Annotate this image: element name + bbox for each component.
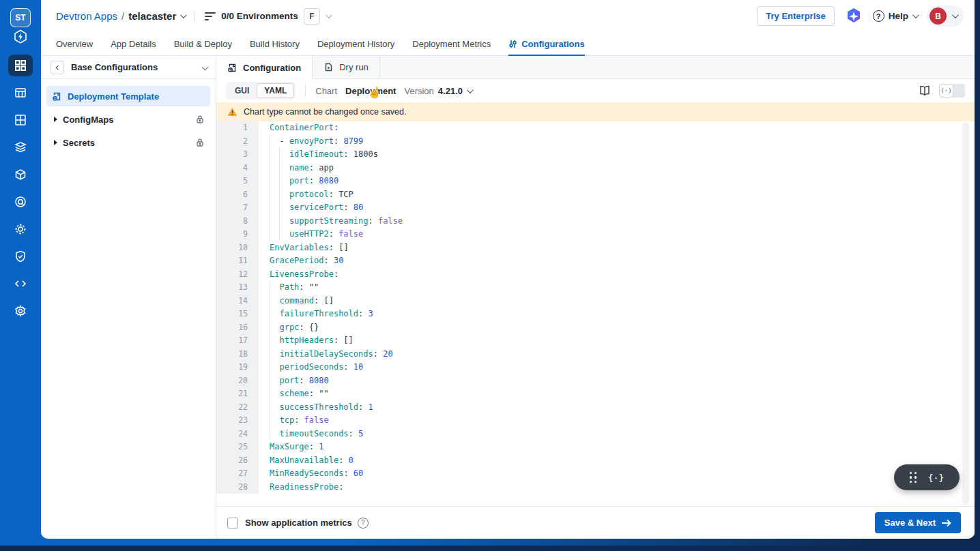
code-line[interactable]: 9useHTTP2: false [216, 228, 975, 241]
rail-app-groups-icon[interactable] [8, 109, 33, 131]
rail-cluster-icon[interactable] [8, 218, 33, 240]
code-line[interactable]: 24timeoutSeconds: 5 [216, 428, 975, 441]
braces-icon[interactable]: {·} [928, 473, 944, 483]
line-number: 5 [216, 175, 259, 188]
gui-toggle-button[interactable]: GUI [227, 83, 257, 98]
braces-icon: (·) [939, 84, 953, 98]
header-divider [194, 10, 195, 23]
readme-book-icon[interactable] [919, 85, 931, 96]
code-line[interactable]: 26MaxUnavailable: 0 [216, 454, 975, 468]
warning-text: Chart type cannot be changed once saved. [244, 107, 406, 117]
rail-resource-browser-icon[interactable] [8, 191, 33, 213]
line-number: 11 [216, 254, 259, 268]
code-line[interactable]: 3idleTimeout: 1800s [216, 148, 975, 162]
save-next-button[interactable]: Save & Next [875, 512, 961, 533]
config-item-configmaps[interactable]: ConfigMaps [46, 109, 210, 130]
yaml-editor[interactable]: 1ContainerPort:2- envoyPort: 87993idleTi… [216, 121, 975, 506]
tab-app-details[interactable]: App Details [111, 32, 156, 55]
lock-icon [195, 138, 205, 147]
code-line[interactable]: 7servicePort: 80 [216, 201, 975, 215]
rail-bulk-edit-icon[interactable] [8, 164, 33, 185]
code-line[interactable]: 18initialDelaySeconds: 20 [216, 348, 975, 361]
editor-footer: Show application metrics ? Save & Next [216, 506, 975, 539]
gui-yaml-toggle: GUI YAML [226, 82, 296, 100]
breadcrumb: Devtron Apps / telacaster [56, 10, 185, 22]
rail-code-icon[interactable] [8, 273, 33, 295]
file-config-icon [52, 91, 62, 102]
show-metrics-checkbox[interactable] [227, 518, 238, 528]
environments-chevron-icon[interactable] [326, 12, 332, 18]
code-line[interactable]: 10EnvVariables: [] [216, 241, 975, 255]
version-selector[interactable]: Version 4.21.0 [404, 86, 472, 96]
help-menu[interactable]: ? Help [873, 10, 917, 22]
breadcrumb-apps-link[interactable]: Devtron Apps [56, 10, 117, 22]
tab-configurations[interactable]: Configurations [508, 32, 584, 55]
code-line[interactable]: 25MaxSurge: 1 [216, 441, 975, 454]
line-number: 10 [216, 241, 259, 255]
warning-icon [227, 107, 237, 117]
code-line[interactable]: 12LivenessProbe: [216, 268, 975, 282]
tab-build-history[interactable]: Build History [250, 32, 300, 55]
try-enterprise-button[interactable]: Try Enterprise [757, 6, 834, 26]
tab-configuration[interactable]: Configuration [216, 56, 313, 79]
code-line[interactable]: 17httpHeaders: [] [216, 334, 975, 348]
code-line[interactable]: 2- envoyPort: 8799 [216, 135, 975, 149]
rail-applications-icon[interactable] [8, 55, 33, 76]
code-line[interactable]: 23tcp: false [216, 414, 975, 428]
code-line[interactable]: 1ContainerPort: [216, 121, 975, 135]
config-item-secrets[interactable]: Secrets [46, 132, 210, 153]
tab-dry-run[interactable]: Dry run [313, 56, 380, 78]
tab-deployment-metrics[interactable]: Deployment Metrics [412, 32, 491, 55]
devtron-logo-icon[interactable] [12, 29, 29, 45]
code-line[interactable]: 20port: 8080 [216, 374, 975, 388]
org-logo[interactable]: ST [10, 8, 31, 27]
code-line[interactable]: 27MinReadySeconds: 60 [216, 467, 975, 481]
code-line[interactable]: 21scheme: "" [216, 387, 975, 401]
environments-selector[interactable]: 0/0 Environments F [205, 8, 330, 25]
tab-overview[interactable]: Overview [56, 32, 93, 55]
rail-charts-icon[interactable] [8, 136, 33, 158]
line-number: 3 [216, 148, 259, 162]
config-item-deployment-template[interactable]: Deployment Template [46, 86, 210, 106]
code-line[interactable]: 14command: [] [216, 295, 975, 308]
code-line[interactable]: 11GracePeriod: 30 [216, 254, 975, 268]
metrics-help-icon[interactable]: ? [358, 518, 369, 528]
mouse-cursor: ☝ [368, 86, 381, 99]
code-line[interactable]: 19periodSeconds: 10 [216, 361, 975, 374]
sparkle-ai-icon[interactable] [844, 7, 863, 26]
drag-handle-icon[interactable] [910, 472, 917, 483]
code-line[interactable]: 5port: 8080 [216, 175, 975, 188]
code-line[interactable]: 28ReadinessProbe: [216, 481, 975, 494]
app-switcher-chevron-icon[interactable] [180, 12, 187, 18]
avatar: B [929, 8, 947, 25]
chart-label: Chart [315, 86, 337, 96]
config-panel-chevron-icon[interactable] [202, 64, 209, 71]
collapse-panel-button[interactable] [51, 61, 64, 74]
line-number: 16 [216, 321, 259, 335]
code-line[interactable]: 15failureThreshold: 3 [216, 308, 975, 321]
user-chevron-icon [952, 12, 959, 18]
line-number: 8 [216, 215, 259, 228]
code-view-toggle[interactable]: (·) [939, 84, 965, 98]
rail-jobs-icon[interactable] [8, 82, 33, 104]
user-menu[interactable]: B [927, 5, 964, 27]
arrow-right-icon [941, 519, 951, 527]
yaml-toggle-button[interactable]: YAML [257, 83, 294, 98]
tab-build-deploy[interactable]: Build & Deploy [174, 32, 232, 55]
line-number: 23 [216, 414, 259, 428]
content-panel: Devtron Apps / telacaster 0/0 Environmen… [41, 0, 975, 539]
breadcrumb-app-name: telacaster [128, 10, 176, 22]
app-nav-tabs: Overview App Details Build & Deploy Buil… [41, 32, 975, 56]
floating-widget[interactable]: {·} [894, 464, 960, 490]
code-line[interactable]: 16grpc: {} [216, 321, 975, 335]
editor-scrollbar[interactable] [962, 123, 969, 505]
code-line[interactable]: 4name: app [216, 162, 975, 175]
tab-deployment-history[interactable]: Deployment History [317, 32, 394, 55]
code-line[interactable]: 22successThreshold: 1 [216, 401, 975, 415]
rail-settings-icon[interactable] [8, 300, 33, 322]
rail-security-icon[interactable] [8, 245, 33, 267]
code-line[interactable]: 8supportStreaming: false [216, 215, 975, 228]
code-line[interactable]: 13Path: "" [216, 281, 975, 295]
code-line[interactable]: 6protocol: TCP [216, 188, 975, 202]
line-number: 12 [216, 268, 259, 282]
